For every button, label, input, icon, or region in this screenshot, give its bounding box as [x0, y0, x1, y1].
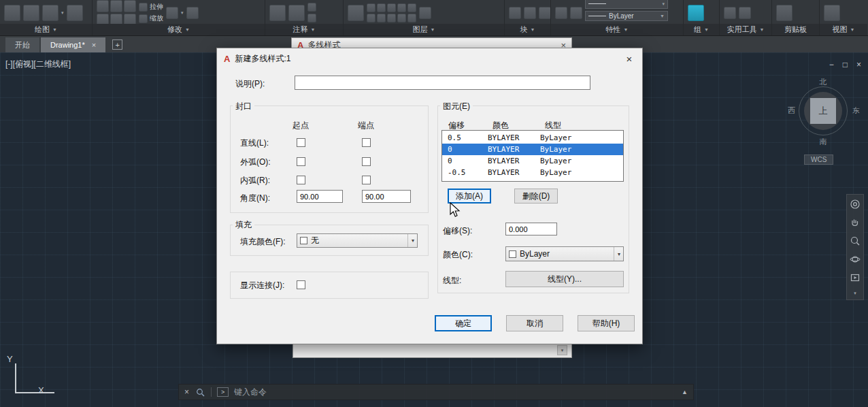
command-history-up-icon[interactable]: ▲: [682, 389, 688, 395]
element-row[interactable]: 0 BYLAYER ByLayer: [442, 155, 623, 167]
scrollbar-down-button[interactable]: ▾: [557, 345, 567, 355]
chevron-down-icon[interactable]: ▾: [854, 291, 856, 295]
offset-input[interactable]: [505, 223, 557, 235]
text-tool-icon[interactable]: [269, 5, 286, 21]
command-input-placeholder[interactable]: 键入命令: [234, 387, 267, 398]
command-line[interactable]: × > 键入命令 ▲: [178, 384, 694, 400]
navigation-wheel-icon[interactable]: [850, 199, 861, 210]
viewcube-top-face[interactable]: 上: [810, 98, 836, 124]
move-tool-icon[interactable]: [97, 0, 109, 12]
dialog-close-button[interactable]: ×: [622, 53, 637, 65]
outer-arc-end-checkbox[interactable]: [362, 157, 371, 166]
angle-start-input[interactable]: [297, 190, 343, 203]
layer-state-icon[interactable]: [419, 7, 431, 19]
orbit-icon[interactable]: [850, 254, 861, 265]
object-color-icon[interactable]: [570, 7, 582, 19]
viewcube-north-label[interactable]: 北: [789, 77, 857, 87]
dialog-titlebar[interactable]: A 新建多线样式:1: [217, 48, 642, 69]
layer-properties-icon[interactable]: [348, 5, 364, 21]
tab-close-icon[interactable]: ×: [92, 41, 96, 49]
panel-label-clipboard[interactable]: 剪贴板: [772, 24, 819, 35]
inner-arc-end-checkbox[interactable]: [362, 176, 371, 184]
lineweight-dropdown[interactable]: ▾: [585, 0, 668, 9]
element-row[interactable]: 0.5 BYLAYER ByLayer: [442, 132, 623, 144]
panel-label-utilities[interactable]: 实用工具 ▼: [720, 24, 771, 35]
pan-hand-icon[interactable]: [850, 217, 861, 228]
panel-label-block[interactable]: 块 ▼: [505, 24, 550, 35]
layer-off-icon[interactable]: [367, 3, 375, 12]
insert-block-icon[interactable]: [509, 7, 521, 19]
line-tool-icon[interactable]: [4, 5, 20, 21]
panel-label-groups[interactable]: 组 ▼: [684, 24, 719, 35]
layer-match-icon[interactable]: [407, 3, 416, 12]
line-start-checkbox[interactable]: [297, 138, 305, 147]
description-input[interactable]: [295, 76, 590, 90]
restore-button[interactable]: □: [843, 60, 848, 69]
leader-tool-icon[interactable]: [307, 3, 316, 12]
command-close-icon[interactable]: ×: [184, 387, 189, 397]
outer-arc-start-checkbox[interactable]: [297, 157, 305, 166]
tab-drawing1[interactable]: Drawing1* ×: [41, 37, 105, 52]
add-button[interactable]: 添加(A): [448, 189, 491, 204]
scale-button[interactable]: 缩放: [139, 14, 163, 23]
arc-tool-icon[interactable]: [67, 5, 83, 21]
mirror-tool-icon[interactable]: [110, 14, 122, 25]
panel-label-modify[interactable]: 修改 ▼: [93, 24, 265, 35]
layer-thaw-icon[interactable]: [377, 14, 386, 22]
layer-freeze-icon[interactable]: [387, 3, 396, 12]
element-row[interactable]: -0.5 BYLAYER ByLayer: [442, 167, 623, 178]
element-row-selected[interactable]: 0 BYLAYER ByLayer: [442, 144, 623, 155]
panel-label-layers[interactable]: 图层 ▼: [344, 24, 504, 35]
rotate-tool-icon[interactable]: [124, 0, 136, 12]
ok-button[interactable]: 确定: [435, 315, 492, 331]
panel-label-view[interactable]: 视图 ▼: [820, 24, 867, 35]
layer-on-icon[interactable]: [367, 14, 375, 22]
quick-select-icon[interactable]: [739, 7, 751, 19]
linetype-button[interactable]: 线型(Y)...: [505, 271, 624, 287]
layer-isolate-icon[interactable]: [377, 3, 386, 12]
viewcube-south-label[interactable]: 南: [789, 137, 857, 147]
element-color-dropdown[interactable]: ByLayer ▾: [505, 246, 624, 261]
zoom-icon[interactable]: [850, 235, 861, 246]
layer-lock-icon[interactable]: [397, 3, 406, 12]
line-end-checkbox[interactable]: [362, 138, 371, 147]
dimension-tool-icon[interactable]: [288, 5, 305, 21]
tab-start[interactable]: 开始: [5, 37, 39, 52]
layer-prev-icon[interactable]: [407, 14, 416, 22]
elements-table[interactable]: 0.5 BYLAYER ByLayer 0 BYLAYER ByLayer 0 …: [441, 130, 624, 182]
match-properties-icon[interactable]: [555, 7, 567, 19]
copy-tool-icon[interactable]: [110, 0, 122, 12]
trim-tool-icon[interactable]: [97, 14, 109, 25]
inner-arc-start-checkbox[interactable]: [297, 176, 305, 184]
panel-label-draw[interactable]: 绘图 ▼: [0, 24, 92, 35]
polyline-tool-icon[interactable]: [23, 5, 39, 21]
chevron-down-icon[interactable]: ▾: [181, 10, 184, 15]
panel-label-annotate[interactable]: 注释 ▼: [265, 24, 343, 35]
help-button[interactable]: 帮助(H): [578, 315, 635, 331]
minimize-button[interactable]: −: [829, 60, 834, 69]
chevron-down-icon[interactable]: ▾: [61, 10, 64, 15]
layer-walk-icon[interactable]: [397, 14, 406, 22]
panel-label-properties[interactable]: 特性 ▼: [551, 24, 683, 35]
erase-tool-icon[interactable]: [186, 7, 199, 19]
cancel-button[interactable]: 取消: [506, 315, 563, 331]
measure-tool-icon[interactable]: [724, 7, 736, 19]
edit-block-icon[interactable]: [539, 7, 550, 19]
delete-button[interactable]: 删除(D): [514, 189, 558, 204]
paste-tool-icon[interactable]: [776, 5, 792, 21]
stretch-button[interactable]: 拉伸: [139, 2, 163, 12]
array-tool-icon[interactable]: [166, 7, 178, 19]
fill-color-dropdown[interactable]: 无 ▾: [297, 233, 418, 248]
group-tool-icon[interactable]: [688, 5, 704, 21]
wcs-button[interactable]: WCS: [804, 154, 833, 165]
display-joints-checkbox[interactable]: [297, 280, 305, 289]
create-block-icon[interactable]: [524, 7, 536, 19]
table-tool-icon[interactable]: [307, 14, 316, 22]
viewport-controls[interactable]: [-][俯视][二维线框]: [5, 59, 71, 70]
layer-unlock-icon[interactable]: [387, 14, 396, 22]
new-tab-button[interactable]: +: [112, 39, 122, 50]
linetype-dropdown[interactable]: ByLayer ▼: [585, 11, 668, 21]
viewcube-east-label[interactable]: 东: [852, 105, 860, 116]
command-search-icon[interactable]: [195, 387, 205, 397]
showmotion-icon[interactable]: [850, 272, 861, 283]
